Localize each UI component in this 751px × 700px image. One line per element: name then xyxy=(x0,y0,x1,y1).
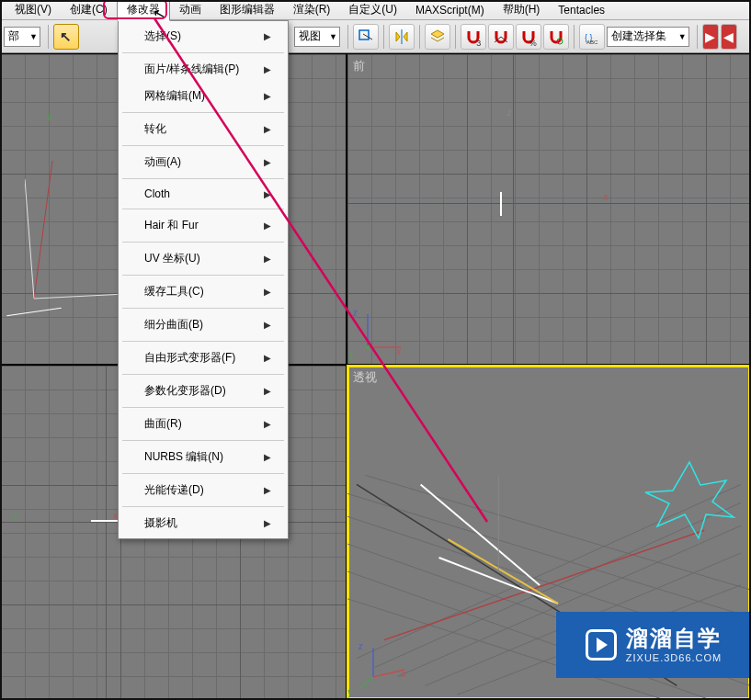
toolbar-separator xyxy=(574,25,575,49)
dd-cameras[interactable]: 摄影机▶ xyxy=(119,510,288,536)
dd-ffd[interactable]: 自由形式变形器(F)▶ xyxy=(119,344,288,371)
toolbar-separator xyxy=(48,25,49,49)
dd-cache-tools[interactable]: 缓存工具(C)▶ xyxy=(119,278,288,305)
object-edge xyxy=(500,192,502,216)
axis-label-z: z xyxy=(507,106,512,119)
submenu-arrow-icon: ▶ xyxy=(264,157,271,167)
dropdown-separator xyxy=(122,145,284,146)
menu-animation[interactable]: 动画 xyxy=(170,0,211,20)
named-selection-sets-button[interactable]: { }ABC xyxy=(579,24,605,50)
dropdown-separator xyxy=(122,308,284,309)
axis-z-line xyxy=(513,54,514,364)
dropdown-separator xyxy=(122,473,284,474)
gizmo-label-z: z xyxy=(358,639,363,653)
submenu-arrow-icon: ▶ xyxy=(264,287,271,297)
dd-selection[interactable]: 选择(S)▶ xyxy=(119,23,288,50)
prev-key-button[interactable]: ▶ xyxy=(702,24,719,50)
viewport-gizmo xyxy=(357,303,412,358)
dropdown-separator xyxy=(122,178,284,179)
gizmo-label-y: y xyxy=(347,685,352,699)
menu-tentacles[interactable]: Tentacles xyxy=(549,1,614,19)
submenu-arrow-icon: ▶ xyxy=(264,386,271,396)
menu-customize[interactable]: 自定义(U) xyxy=(339,0,406,20)
watermark-main: 溜溜自学 xyxy=(626,626,722,652)
mirror-button[interactable] xyxy=(389,24,415,50)
dd-mesh-editing[interactable]: 网格编辑(M)▶ xyxy=(119,83,288,109)
gizmo-label-y: y xyxy=(349,348,354,362)
main-toolbar: ▼ ↖ ▼ 3 % { }ABC ▼ ▶ ◀ xyxy=(0,20,751,53)
menu-help[interactable]: 帮助(H) xyxy=(494,0,550,20)
toolbar-separator xyxy=(383,25,384,49)
gizmo-label-z: z xyxy=(353,306,358,320)
selection-rect-icon xyxy=(358,28,374,45)
dropdown-separator xyxy=(122,242,284,243)
menu-maxscript[interactable]: MAXScript(M) xyxy=(406,1,494,19)
dd-animation[interactable]: 动画(A)▶ xyxy=(119,149,288,175)
spinner-snap-button[interactable] xyxy=(543,24,569,50)
svg-line-23 xyxy=(421,484,540,584)
mirror-icon xyxy=(393,28,410,45)
dropdown-separator xyxy=(122,341,284,342)
toolbar-separator xyxy=(455,25,456,49)
menu-rendering[interactable]: 渲染(R) xyxy=(284,0,340,20)
dd-nurbs-edit[interactable]: NURBS 编辑(N)▶ xyxy=(119,444,288,470)
dropdown-arrow-icon[interactable]: ▼ xyxy=(29,32,38,41)
gizmo-label-x: x xyxy=(401,667,405,681)
dropdown-separator xyxy=(122,52,284,53)
viewports-container: y 前 x z x z y y x 透视 xyxy=(0,53,751,700)
watermark-sub: ZIXUE.3D66.COM xyxy=(626,652,722,664)
viewport-front[interactable]: 前 x z x z y xyxy=(347,53,751,365)
submenu-arrow-icon: ▶ xyxy=(264,189,271,199)
next-key-button[interactable]: ◀ xyxy=(721,24,737,50)
dropdown-separator xyxy=(122,374,284,375)
menu-view[interactable]: 视图(V) xyxy=(6,0,61,20)
dropdown-separator xyxy=(122,112,284,113)
magnet-cycle-icon xyxy=(548,28,564,45)
select-tool-button[interactable]: ↖ xyxy=(53,24,79,50)
dropdown-arrow-icon[interactable]: ▼ xyxy=(678,32,687,41)
layers-icon xyxy=(429,28,446,45)
submenu-arrow-icon: ▶ xyxy=(264,124,271,134)
dd-surface[interactable]: 曲面(R)▶ xyxy=(119,411,288,437)
snap-toggle-button[interactable]: 3 xyxy=(461,24,486,50)
submenu-arrow-icon: ▶ xyxy=(264,31,271,41)
menu-graph-editors[interactable]: 图形编辑器 xyxy=(211,0,284,20)
svg-line-25 xyxy=(448,539,557,604)
dd-uv-coords[interactable]: UV 坐标(U)▶ xyxy=(119,245,288,272)
menubar: 视图(V) 创建(C) 修改器 动画 图形编辑器 渲染(R) 自定义(U) MA… xyxy=(0,0,751,20)
axis-label-x: x xyxy=(603,190,608,204)
selection-set-input[interactable] xyxy=(607,27,689,47)
svg-line-4 xyxy=(34,294,126,299)
percent-snap-button[interactable]: % xyxy=(516,24,541,50)
angle-snap-button[interactable] xyxy=(488,24,514,50)
dd-radiosity[interactable]: 光能传递(D)▶ xyxy=(119,477,288,503)
submenu-arrow-icon: ▶ xyxy=(264,91,271,101)
dd-subdivision[interactable]: 细分曲面(B)▶ xyxy=(119,311,288,338)
dropdown-arrow-icon[interactable]: ▼ xyxy=(329,32,337,41)
svg-marker-27 xyxy=(645,462,734,538)
submenu-arrow-icon: ▶ xyxy=(264,64,271,74)
dd-hair-fur[interactable]: Hair 和 Fur▶ xyxy=(119,212,288,239)
submenu-arrow-icon: ▶ xyxy=(264,320,271,330)
dd-cloth[interactable]: Cloth▶ xyxy=(119,182,288,206)
dropdown-separator xyxy=(122,506,284,507)
submenu-arrow-icon: ▶ xyxy=(264,452,271,462)
axis-dark-v xyxy=(106,366,107,699)
selection-filter-button[interactable] xyxy=(353,24,379,50)
watermark-play-icon xyxy=(586,629,617,660)
menu-create[interactable]: 创建(C) xyxy=(61,0,117,20)
dd-parametric-deformers[interactable]: 参数化变形器(D)▶ xyxy=(119,378,288,404)
svg-line-28 xyxy=(373,670,404,677)
dropdown-separator xyxy=(122,275,284,276)
dd-conversion[interactable]: 转化▶ xyxy=(119,116,288,142)
submenu-arrow-icon: ▶ xyxy=(264,254,271,264)
viewport-gizmo xyxy=(357,638,412,694)
toolbar-separator xyxy=(697,25,698,49)
dd-patch-spline-edit[interactable]: 面片/样条线编辑(P)▶ xyxy=(119,56,288,83)
layer-manager-button[interactable] xyxy=(425,24,450,50)
axis-x-line xyxy=(347,203,750,204)
snap-buttons-group: 3 % xyxy=(461,24,569,50)
dropdown-separator xyxy=(122,209,284,209)
submenu-arrow-icon: ▶ xyxy=(264,353,271,363)
toolbar-separator xyxy=(419,25,420,49)
